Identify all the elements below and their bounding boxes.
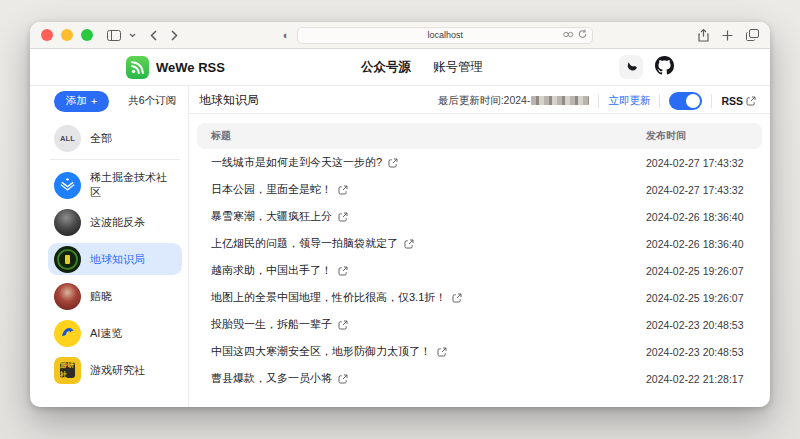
sidebar-item-game[interactable]: 游研社游戏研究社 (48, 354, 182, 386)
last-update-time: 最后更新时间:2024- (438, 94, 590, 108)
article-title-link[interactable]: 中国这四大寒潮安全区，地形防御力太顶了！ (197, 344, 646, 359)
sidebar-item-label: 游戏研究社 (90, 363, 145, 378)
external-link-icon (338, 266, 348, 276)
browser-toolbar: ◐ localhost (30, 22, 770, 49)
moon-icon (625, 58, 637, 76)
article-title-link[interactable]: 一线城市是如何走到今天这一步的? (197, 155, 646, 170)
app-title: WeWe RSS (156, 60, 225, 75)
juejin-logo (54, 172, 81, 199)
sidebar-item-label: 这波能反杀 (90, 215, 145, 230)
earth-emblem (54, 246, 81, 273)
nav-tab-active[interactable]: 公众号源 (361, 59, 411, 76)
sidebar-item-ai[interactable]: AI速览 (48, 317, 182, 349)
sidebar-item-label: 稀土掘金技术社区 (90, 170, 176, 200)
reload-icon[interactable] (578, 29, 587, 41)
back-icon[interactable] (150, 30, 157, 41)
table-row: 一线城市是如何走到今天这一步的? 2024-02-27 17:43:32 (197, 149, 762, 176)
external-link-icon (338, 320, 348, 330)
article-title-link[interactable]: 暴雪寒潮，大疆疯狂上分 (197, 209, 646, 224)
sidebar-item-earth[interactable]: 地球知识局 (48, 243, 182, 275)
forward-icon[interactable] (171, 30, 178, 41)
new-tab-icon[interactable] (722, 30, 733, 41)
redacted-timestamp (531, 96, 589, 105)
github-link[interactable] (655, 56, 674, 79)
article-title-link[interactable]: 曹县爆款，又多一员小将 (197, 371, 646, 386)
rss-link[interactable]: RSS (721, 95, 756, 107)
main-panel: 地球知识局 最后更新时间:2024- 立即更新 RSS (188, 86, 770, 407)
app-brand[interactable]: WeWe RSS (126, 56, 225, 79)
add-feed-button[interactable]: 添加+ (54, 91, 109, 112)
external-link-icon (452, 293, 462, 303)
article-publish-time: 2024-02-23 20:48:53 (646, 319, 762, 331)
window-controls (41, 29, 93, 41)
table-row: 地图上的全景中国地理，性价比很高，仅3.1折！ 2024-02-25 19:26… (197, 284, 762, 311)
main-nav: 公众号源账号管理 (225, 59, 619, 76)
external-link-icon (746, 96, 756, 106)
article-publish-time: 2024-02-26 18:36:40 (646, 238, 762, 250)
table-row: 上亿烟民的问题，领导一拍脑袋就定了 2024-02-26 18:36:40 (197, 230, 762, 257)
refresh-now-button[interactable]: 立即更新 (608, 94, 650, 108)
article-publish-time: 2024-02-22 21:28:17 (646, 373, 762, 385)
divider (598, 94, 599, 108)
sidebar-toggle-icon[interactable] (107, 30, 121, 41)
column-header-time: 发布时间 (646, 129, 762, 143)
sidebar-item-photo-dark[interactable]: 这波能反杀 (48, 206, 182, 238)
feed-header: 地球知识局 最后更新时间:2024- 立即更新 RSS (189, 86, 770, 114)
sidebar-item-juejin[interactable]: 稀土掘金技术社区 (48, 169, 182, 201)
chevron-down-icon[interactable] (129, 33, 136, 38)
article-title-link[interactable]: 地图上的全景中国地理，性价比很高，仅3.1折！ (197, 290, 646, 305)
divider (711, 94, 712, 108)
table-row: 暴雪寒潮，大疆疯狂上分 2024-02-26 18:36:40 (197, 203, 762, 230)
game-emblem: 游研社 (54, 357, 81, 384)
sidebar-item-all[interactable]: ALL全部 (48, 122, 182, 154)
article-title-link[interactable]: 日本公园，里面全是蛇！ (197, 182, 646, 197)
article-publish-time: 2024-02-26 18:36:40 (646, 211, 762, 223)
maximize-window-button[interactable] (81, 29, 93, 41)
feed-enabled-toggle[interactable] (669, 92, 702, 110)
share-icon[interactable] (698, 29, 709, 42)
feed-title: 地球知识局 (199, 92, 259, 109)
external-link-icon (338, 212, 348, 222)
article-title-link[interactable]: 上亿烟民的问题，领导一拍脑袋就定了 (197, 236, 646, 251)
article-table: 标题 发布时间 一线城市是如何走到今天这一步的? 2024-02-27 17:4… (189, 114, 770, 407)
privacy-report-icon[interactable]: ◐ (283, 30, 290, 41)
table-row: 投胎毁一生，拆船一辈子 2024-02-23 20:48:53 (197, 311, 762, 338)
sidebar: 添加+ 共6个订阅 ALL全部稀土掘金技术社区这波能反杀地球知识局赔晓AI速览游… (30, 86, 188, 407)
column-header-title: 标题 (197, 129, 646, 143)
external-link-icon (404, 239, 414, 249)
article-title-link[interactable]: 越南求助，中国出手了！ (197, 263, 646, 278)
external-link-icon (338, 185, 348, 195)
article-publish-time: 2024-02-27 17:43:32 (646, 157, 762, 169)
theme-toggle-button[interactable] (619, 55, 643, 79)
sidebar-item-label: 全部 (90, 131, 112, 146)
close-window-button[interactable] (41, 29, 53, 41)
table-row: 曹县爆款，又多一员小将 2024-02-22 21:28:17 (197, 365, 762, 392)
extensions-icon[interactable] (563, 30, 574, 40)
all-badge: ALL (54, 125, 81, 152)
divider (50, 159, 180, 160)
minimize-window-button[interactable] (61, 29, 73, 41)
article-publish-time: 2024-02-23 20:48:53 (646, 346, 762, 358)
sidebar-item-photo-red[interactable]: 赔晓 (48, 280, 182, 312)
nav-tab-item[interactable]: 账号管理 (433, 59, 483, 76)
tab-overview-icon[interactable] (746, 29, 759, 41)
table-header: 标题 发布时间 (197, 123, 762, 149)
sidebar-item-label: 地球知识局 (90, 252, 145, 267)
external-link-icon (388, 158, 398, 168)
address-bar[interactable]: localhost (297, 27, 593, 44)
article-publish-time: 2024-02-25 19:26:07 (646, 265, 762, 277)
browser-window: ◐ localhost (30, 22, 770, 407)
article-title-link[interactable]: 投胎毁一生，拆船一辈子 (197, 317, 646, 332)
article-publish-time: 2024-02-27 17:43:32 (646, 184, 762, 196)
sidebar-item-label: AI速览 (90, 326, 122, 341)
external-link-icon (437, 347, 447, 357)
sidebar-item-label: 赔晓 (90, 289, 112, 304)
url-text: localhost (428, 30, 464, 40)
divider (659, 94, 660, 108)
subscription-count: 共6个订阅 (128, 94, 176, 108)
table-row: 日本公园，里面全是蛇！ 2024-02-27 17:43:32 (197, 176, 762, 203)
photo-avatar (54, 209, 81, 236)
table-row: 越南求助，中国出手了！ 2024-02-25 19:26:07 (197, 257, 762, 284)
photo-avatar (54, 283, 81, 310)
app-header: WeWe RSS 公众号源账号管理 (30, 49, 770, 86)
